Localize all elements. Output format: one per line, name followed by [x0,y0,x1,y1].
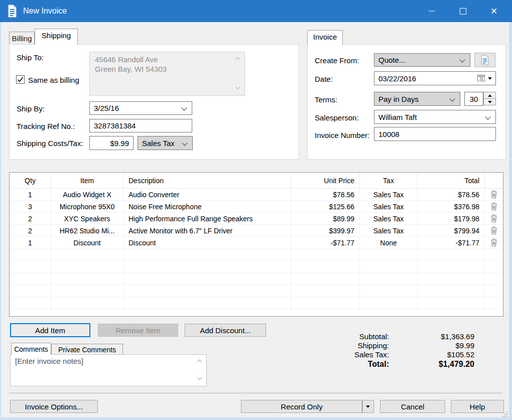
sales-tax-value: $105.52 [389,350,474,359]
cell-description: Discount [123,237,291,248]
cell-tax: None [360,237,418,248]
tab-private-comments[interactable]: Private Comments [51,344,123,355]
invoice-document-icon [7,5,17,20]
cell-delete [485,201,503,212]
trash-icon[interactable] [490,214,497,223]
table-row[interactable]: 2 HR62 Studio Mi... Active Monitor with … [10,225,503,237]
column-header-unit-price[interactable]: Unit Price [291,173,360,188]
window-border-right [509,22,512,420]
ship-to-line-1: 45646 Randoll Ave [95,55,158,64]
cell-unit-price: $89.99 [291,213,360,224]
remove-item-button: Remove Item [98,324,178,337]
terms-days-input[interactable]: 30 [464,92,483,106]
cell-tax: Sales Tax [360,189,418,200]
invoice-options-button[interactable]: Invoice Options... [10,400,98,413]
invoice-number-label: Invoice Number: [315,131,369,139]
column-header-total[interactable]: Total [418,173,485,188]
table-row[interactable]: 2 XYC Speakers High Performance Full Ran… [10,213,503,225]
cell-delete [485,213,503,224]
trash-icon[interactable] [490,190,497,199]
tracking-ref-input[interactable]: 3287381384 [89,119,192,132]
create-from-value: Quote... [378,56,405,64]
footer-divider [9,393,503,394]
date-picker-control[interactable] [477,75,492,82]
new-invoice-dialog: New Invoice ✕ Billing Shipping Invoice S… [0,0,512,420]
cell-tax: Sales Tax [360,213,418,224]
table-row[interactable]: 1 Audio Widget X Audio Converter $78.56 … [10,189,503,201]
trash-icon[interactable] [490,238,497,247]
chevron-down-icon [181,105,187,110]
close-button[interactable]: ✕ [478,0,509,22]
calendar-icon [477,75,486,82]
shipping-row: Shipping: $9.99 [314,341,474,350]
cell-item: Microphone 95X0 [51,201,123,212]
maximize-button[interactable] [447,0,478,22]
shipping-tax-combobox[interactable]: Sales Tax [138,136,193,150]
chevron-down-icon [182,140,187,146]
table-row[interactable]: 1 Discount Discount -$71.77 None -$71.77 [10,237,503,249]
trash-icon[interactable] [490,202,497,211]
scroll-down-icon[interactable] [197,375,202,380]
scroll-up-icon[interactable] [235,57,240,62]
spinner-up-button[interactable] [483,92,496,99]
cell-item: Audio Widget X [51,189,123,200]
record-only-button[interactable]: Record Only [241,400,362,412]
cell-total: $78.56 [418,189,485,200]
same-as-billing-checkbox[interactable] [16,75,25,84]
invoice-number-input[interactable]: 10008 [374,127,496,141]
cell-total: -$71.77 [418,237,485,248]
tab-invoice[interactable]: Invoice [307,30,343,45]
dropdown-arrow-icon [366,405,370,408]
date-input[interactable]: 03/22/2016 [374,71,496,85]
table-row-empty [10,261,503,273]
shipping-costs-label: Shipping Costs/Tax: [17,139,83,148]
sales-tax-row: Sales Tax: $105.52 [314,350,474,359]
column-header-description[interactable]: Description [123,173,291,188]
cell-item: HR62 Studio Mi... [51,225,123,236]
column-header-tax[interactable]: Tax [360,173,418,188]
help-button[interactable]: Help [451,400,504,413]
tab-billing[interactable]: Billing [9,32,35,44]
up-arrow-icon [488,94,492,97]
column-header-actions [485,173,503,188]
tab-shipping[interactable]: Shipping [35,29,78,45]
tab-comments[interactable]: Comments [11,343,51,355]
resize-grip-icon [502,411,508,417]
create-from-combobox[interactable]: Quote... [374,53,470,67]
cell-delete [485,189,503,200]
table-row-empty [10,309,503,317]
trash-icon[interactable] [490,226,497,235]
table-row-empty [10,297,503,309]
scroll-up-icon[interactable] [197,360,202,365]
cancel-button[interactable]: Cancel [380,400,445,413]
salesperson-value: William Taft [378,113,417,121]
invoice-notes-textarea[interactable]: [Enter invoice notes] [10,354,207,386]
create-from-document-button[interactable] [474,53,495,67]
ship-by-label: Ship By: [17,104,45,113]
column-header-qty[interactable]: Qty [10,173,51,188]
ship-to-address-box: 45646 Randoll Ave Green Bay, WI 54303 [89,52,245,96]
cell-total: $376.98 [418,201,485,212]
spinner-down-button[interactable] [483,98,496,105]
ship-by-value: 3/25/16 [94,104,119,112]
record-only-split-button: Record Only [241,400,374,413]
salesperson-combobox[interactable]: William Taft [374,110,496,124]
window-title: New Invoice [23,0,67,22]
cell-total: $799.94 [418,225,485,236]
terms-combobox[interactable]: Pay in Days [374,92,460,106]
ship-by-combobox[interactable]: 3/25/16 [89,101,192,115]
cell-qty: 1 [10,237,51,248]
scroll-down-icon[interactable] [235,85,240,90]
shipping-cost-input[interactable]: $9.99 [89,136,134,150]
cell-description: Active Monitor with 6.7" LF Driver [123,225,291,236]
add-item-button[interactable]: Add Item [10,323,90,337]
cell-description: High Performance Full Range Speakers [123,213,291,224]
table-row[interactable]: 3 Microphone 95X0 Noise Free Microphone … [10,201,503,213]
cell-unit-price: -$71.77 [291,237,360,248]
record-only-dropdown[interactable] [362,400,373,412]
window-border-left [0,22,1,420]
ship-to-label: Ship To: [17,53,44,62]
add-discount-button[interactable]: Add Discount... [185,324,266,337]
minimize-button [416,0,447,22]
column-header-item[interactable]: Item [51,173,123,188]
